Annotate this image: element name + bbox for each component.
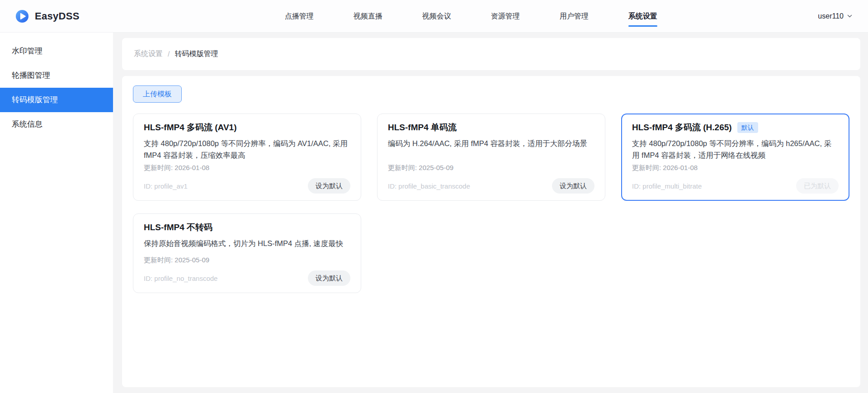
nav-item-live[interactable]: 视频直播 (354, 0, 382, 33)
card-description: 保持原始音视频编码格式，切片为 HLS-fMP4 点播, 速度最快 (144, 237, 350, 253)
card-title-row: HLS-fMP4 不转码 (144, 222, 350, 233)
set-default-button[interactable]: 设为默认 (308, 270, 350, 286)
main-area: 系统设置 / 转码模版管理 上传模板 HLS-fMP4 多码流 (AV1) 支持… (113, 33, 868, 393)
nav-item-resources[interactable]: 资源管理 (491, 0, 520, 33)
card-updated-date: 2026-01-08 (175, 164, 209, 171)
card-updated-date: 2025-05-09 (419, 164, 453, 171)
card-id-label: ID: (632, 182, 641, 190)
upload-template-button[interactable]: 上传模板 (133, 85, 182, 103)
card-footer: ID: profile_av1 设为默认 (144, 178, 350, 194)
template-card-av1: HLS-fMP4 多码流 (AV1) 支持 480p/720p/1080p 等不… (133, 114, 361, 201)
card-description: 支持 480p/720p/1080p 等不同分辨率，编码为 h265/AAC, … (632, 137, 839, 161)
card-title: HLS-fMP4 多码流 (H.265) (632, 122, 732, 133)
card-id-label: ID: (144, 182, 152, 190)
template-card-no-transcode: HLS-fMP4 不转码 保持原始音视频编码格式，切片为 HLS-fMP4 点播… (133, 213, 361, 293)
breadcrumb-current: 转码模版管理 (175, 49, 218, 59)
card-description: 支持 480p/720p/1080p 等不同分辨率，编码为 AV1/AAC, 采… (144, 137, 350, 161)
card-updated-label: 更新时间: (144, 256, 173, 264)
nav-item-meeting[interactable]: 视频会议 (422, 0, 451, 33)
card-id: ID: profile_multi_bitrate (632, 182, 702, 190)
sidebar-item-transcode-templates[interactable]: 转码模版管理 (0, 88, 113, 112)
sidebar-item-carousel[interactable]: 轮播图管理 (0, 63, 113, 88)
card-title-row: HLS-fMP4 多码流 (H.265) 默认 (632, 122, 839, 133)
settings-sidebar: 水印管理 轮播图管理 转码模版管理 系统信息 (0, 33, 113, 393)
card-id-value: profile_no_transcode (154, 275, 217, 282)
card-title: HLS-fMP4 不转码 (144, 222, 212, 233)
card-id-label: ID: (144, 275, 152, 282)
card-updated-label: 更新时间: (388, 164, 417, 171)
card-title-row: HLS-fMP4 单码流 (388, 122, 594, 133)
card-title: HLS-fMP4 多码流 (AV1) (144, 122, 236, 133)
brand-name: EasyDSS (35, 10, 80, 22)
sidebar-item-system-info[interactable]: 系统信息 (0, 112, 113, 137)
card-updated: 更新时间: 2026-01-08 (144, 164, 350, 172)
chevron-down-icon (847, 13, 853, 19)
card-updated-label: 更新时间: (144, 164, 173, 171)
card-updated: 更新时间: 2025-05-09 (388, 164, 594, 172)
template-card-basic: HLS-fMP4 单码流 编码为 H.264/AAC, 采用 fMP4 容器封装… (377, 114, 605, 201)
card-id-label: ID: (388, 182, 396, 190)
card-updated-date: 2026-01-08 (663, 164, 698, 171)
main-nav-menu: 点播管理 视频直播 视频会议 资源管理 用户管理 系统设置 (124, 0, 818, 33)
transcode-templates-panel: 上传模板 HLS-fMP4 多码流 (AV1) 支持 480p/720p/108… (122, 76, 860, 387)
template-card-multi-bitrate: HLS-fMP4 多码流 (H.265) 默认 支持 480p/720p/108… (621, 114, 849, 201)
top-navbar: EasyDSS 点播管理 视频直播 视频会议 资源管理 用户管理 系统设置 us… (0, 0, 868, 33)
card-id: ID: profile_av1 (144, 182, 188, 190)
card-updated-label: 更新时间: (632, 164, 661, 171)
set-default-button[interactable]: 设为默认 (308, 178, 350, 194)
breadcrumb-separator: / (168, 50, 170, 58)
nav-item-users[interactable]: 用户管理 (560, 0, 589, 33)
card-updated: 更新时间: 2026-01-08 (632, 164, 839, 172)
card-id-value: profile_multi_bitrate (642, 182, 702, 190)
already-default-button: 已为默认 (796, 178, 839, 194)
user-name: user110 (818, 12, 844, 20)
default-badge: 默认 (737, 122, 758, 133)
card-footer: ID: profile_basic_transcode 设为默认 (388, 178, 594, 194)
nav-item-vod[interactable]: 点播管理 (285, 0, 314, 33)
card-id-value: profile_basic_transcode (398, 182, 470, 190)
sidebar-item-watermark[interactable]: 水印管理 (0, 39, 113, 63)
card-footer: ID: profile_no_transcode 设为默认 (144, 270, 350, 286)
card-updated-date: 2025-05-09 (175, 256, 209, 264)
card-updated: 更新时间: 2025-05-09 (144, 256, 350, 265)
breadcrumb-parent[interactable]: 系统设置 (134, 49, 163, 59)
page-layout: 水印管理 轮播图管理 转码模版管理 系统信息 系统设置 / 转码模版管理 上传模… (0, 33, 868, 393)
card-id-value: profile_av1 (154, 182, 187, 190)
nav-item-system-settings[interactable]: 系统设置 (628, 0, 657, 33)
logo-play-circle-icon (15, 9, 29, 23)
card-title: HLS-fMP4 单码流 (388, 122, 457, 133)
card-title-row: HLS-fMP4 多码流 (AV1) (144, 122, 350, 133)
template-cards-grid: HLS-fMP4 多码流 (AV1) 支持 480p/720p/1080p 等不… (133, 114, 849, 293)
user-menu[interactable]: user110 (818, 12, 853, 20)
set-default-button[interactable]: 设为默认 (552, 178, 594, 194)
card-id: ID: profile_no_transcode (144, 275, 217, 282)
card-footer: ID: profile_multi_bitrate 已为默认 (632, 178, 839, 194)
brand: EasyDSS (15, 9, 124, 23)
card-description: 编码为 H.264/AAC, 采用 fMP4 容器封装，适用于大部分场景 (388, 137, 594, 161)
card-id: ID: profile_basic_transcode (388, 182, 470, 190)
breadcrumb: 系统设置 / 转码模版管理 (122, 38, 860, 70)
